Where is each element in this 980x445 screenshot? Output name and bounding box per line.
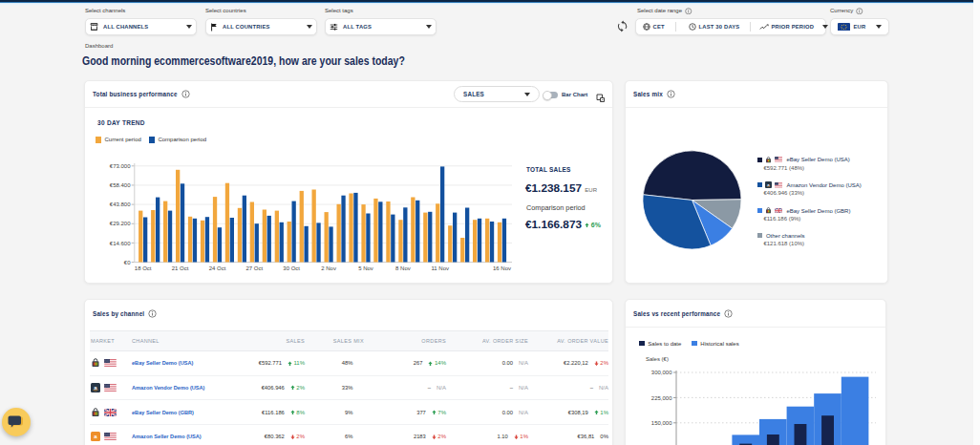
svg-text:225,000: 225,000 <box>651 395 672 401</box>
svg-text:11 Nov: 11 Nov <box>431 265 449 271</box>
svg-text:2 Nov: 2 Nov <box>321 265 336 271</box>
svg-text:27 Oct: 27 Oct <box>245 265 263 271</box>
svg-text:8 Nov: 8 Nov <box>395 265 411 271</box>
svg-text:€0: €0 <box>124 260 131 265</box>
svg-text:€14.600: €14.600 <box>110 241 131 246</box>
svg-text:21 Oct: 21 Oct <box>172 265 189 271</box>
svg-text:€29.200: €29.200 <box>110 221 131 226</box>
svg-text:300,000: 300,000 <box>651 370 672 375</box>
svg-text:150,000: 150,000 <box>651 420 672 426</box>
svg-text:€58.400: €58.400 <box>110 182 131 188</box>
svg-text:€43.800: €43.800 <box>110 201 131 207</box>
svg-text:18 Oct: 18 Oct <box>135 265 152 271</box>
svg-text:€73.000: €73.000 <box>110 163 131 169</box>
svg-text:16 Nov: 16 Nov <box>493 265 511 271</box>
svg-text:24 Oct: 24 Oct <box>209 265 226 271</box>
svg-text:5 Nov: 5 Nov <box>358 265 373 271</box>
svg-text:30 Oct: 30 Oct <box>283 265 300 271</box>
